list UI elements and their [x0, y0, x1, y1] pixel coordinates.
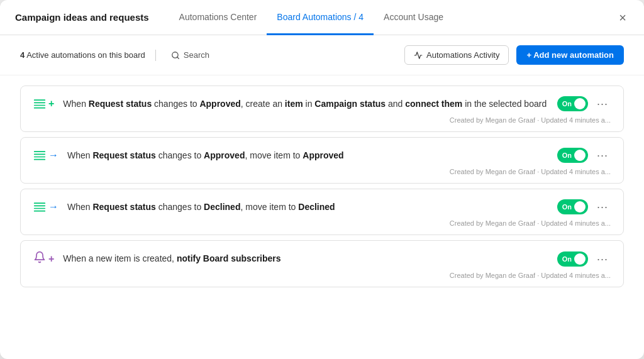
toolbar-right: Automations Activity + Add new automatio… [404, 45, 624, 65]
arrow-icon-2: → [48, 150, 58, 161]
automations-activity-button[interactable]: Automations Activity [404, 45, 509, 65]
activity-btn-label: Automations Activity [426, 50, 499, 60]
automation-controls-1: On ··· [557, 96, 611, 111]
automation-meta-1: Created by Megan de Graaf · Updated 4 mi… [33, 116, 611, 124]
toggle-label-3: On [562, 203, 572, 211]
more-button-1[interactable]: ··· [594, 97, 611, 111]
toggle-label-2: On [562, 152, 572, 159]
close-button[interactable]: × [616, 9, 629, 26]
automation-meta-2: Created by Megan de Graaf · Updated 4 mi… [33, 168, 611, 175]
automation-card-4: + When a new item is created, notify Boa… [20, 240, 624, 287]
tabs-nav: Automations Center Board Automations / 4… [169, 0, 617, 35]
toolbar: 4 Active automations on this board Searc… [0, 35, 644, 75]
toggle-1[interactable]: On [557, 96, 588, 111]
automation-text-3: When Request status changes to Declined,… [67, 201, 547, 214]
automation-top-2: → When Request status changes to Approve… [33, 148, 611, 163]
automations-list: + When Request status changes to Approve… [0, 75, 644, 359]
more-button-4[interactable]: ··· [594, 252, 611, 266]
automation-controls-3: On ··· [557, 199, 611, 214]
automation-controls-4: On ··· [557, 251, 611, 267]
more-button-2[interactable]: ··· [594, 148, 611, 162]
stack-icon-1 [33, 97, 46, 110]
toolbar-divider [155, 50, 156, 61]
arrow-icon-3: → [48, 201, 58, 213]
automation-controls-2: On ··· [557, 148, 611, 163]
toggle-circle-3 [574, 201, 586, 213]
plus-icon-1: + [48, 98, 54, 109]
plus-icon-4: + [48, 253, 54, 265]
automation-meta-3: Created by Megan de Graaf · Updated 4 mi… [33, 219, 611, 227]
automation-text-2: When Request status changes to Approved,… [67, 149, 547, 162]
tab-automations-center[interactable]: Automations Center [169, 1, 267, 35]
modal-container: Campaign ideas and requests Automations … [0, 0, 644, 359]
stack-icon-3 [33, 201, 46, 213]
search-label: Search [184, 50, 209, 60]
automation-top-1: + When Request status changes to Approve… [33, 96, 611, 111]
bell-icon-4 [33, 251, 46, 267]
automation-card-3: → When Request status changes to Decline… [20, 189, 624, 235]
automation-icon-3: → [33, 201, 58, 213]
automation-text-1: When Request status changes to Approved,… [63, 97, 547, 111]
toggle-3[interactable]: On [557, 199, 588, 214]
stack-icon-2 [33, 149, 46, 162]
automation-top-4: + When a new item is created, notify Boa… [33, 251, 611, 267]
modal-header: Campaign ideas and requests Automations … [0, 0, 644, 35]
more-button-3[interactable]: ··· [594, 200, 611, 214]
modal-title: Campaign ideas and requests [15, 12, 149, 23]
toggle-4[interactable]: On [557, 251, 588, 267]
toggle-circle-4 [574, 253, 586, 265]
svg-line-1 [177, 57, 179, 58]
automation-meta-4: Created by Megan de Graaf · Updated 4 mi… [33, 272, 611, 279]
tab-account-usage[interactable]: Account Usage [374, 1, 453, 35]
toggle-2[interactable]: On [557, 148, 588, 163]
automation-card-2: → When Request status changes to Approve… [20, 137, 624, 184]
automation-text-4: When a new item is created, notify Board… [63, 252, 547, 265]
toggle-circle-2 [574, 150, 586, 161]
activity-icon [414, 51, 423, 60]
toggle-label-4: On [562, 255, 572, 263]
search-button[interactable]: Search [166, 48, 214, 62]
automation-icon-4: + [33, 251, 54, 267]
add-automation-button[interactable]: + Add new automation [516, 45, 624, 65]
toggle-label-1: On [562, 100, 572, 108]
automation-top-3: → When Request status changes to Decline… [33, 199, 611, 214]
active-count-label: 4 Active automations on this board [20, 50, 145, 60]
search-icon [171, 51, 180, 60]
automation-card-1: + When Request status changes to Approve… [20, 86, 624, 132]
automation-icon-1: + [33, 97, 54, 110]
toggle-circle-1 [574, 98, 586, 109]
automation-icon-2: → [33, 149, 58, 162]
tab-board-automations[interactable]: Board Automations / 4 [267, 1, 374, 35]
